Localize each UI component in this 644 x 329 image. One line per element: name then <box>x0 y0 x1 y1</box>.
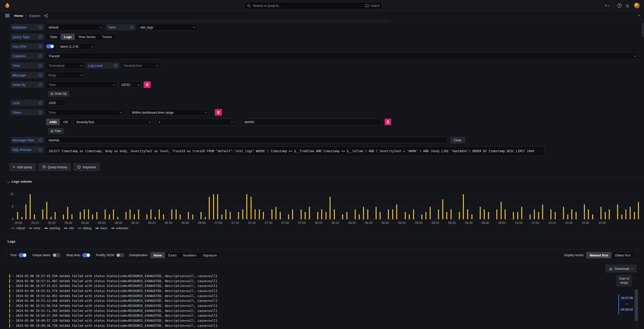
table-select[interactable]: otel_logs <box>138 24 197 30</box>
filter2-value-input[interactable] <box>242 119 382 125</box>
dedup-option-signature[interactable]: Signature <box>200 252 220 258</box>
inspector-button[interactable]: Inspector <box>74 163 100 171</box>
top-nav-bar: cmd+k + <box>0 0 644 11</box>
add-filter-button[interactable]: Filter <box>48 128 64 134</box>
search-input[interactable] <box>253 4 363 8</box>
query-type-option-logs[interactable]: Logs <box>61 34 75 40</box>
expand-log-icon: > <box>12 319 14 322</box>
log-row-5[interactable]: >2024-02-06 10:53:12.448 GetAds Failed w… <box>9 298 616 303</box>
filter1-field-select[interactable]: Time <box>46 109 124 116</box>
limit-input[interactable] <box>46 100 66 106</box>
logs-scrollbar-thumb[interactable] <box>635 289 638 321</box>
download-button[interactable]: Download <box>606 265 636 272</box>
log-row-0[interactable]: >2024-02-06 10:57:45.550 GetAds Failed w… <box>9 274 616 279</box>
info-icon[interactable]: i <box>39 74 42 77</box>
log-row-7[interactable]: >2024-02-06 10:51:11.762 GetAds Failed w… <box>9 308 616 313</box>
log-row-2[interactable]: >2024-02-06 10:57:15.421 GetAds Failed w… <box>9 283 616 288</box>
share-icon[interactable] <box>44 14 48 18</box>
log-row-8[interactable]: >2024-02-06 10:50:27.349 GetAds Failed w… <box>9 313 616 318</box>
log-level-column-select[interactable]: SeverityText <box>121 62 160 69</box>
query-history-button[interactable]: Query history <box>39 163 71 171</box>
message-column-select[interactable]: Body <box>46 72 84 78</box>
dedup-option-none[interactable]: None <box>150 252 165 258</box>
log-row-9[interactable]: >2024-02-06 10:49:57.220 GetAds Failed w… <box>9 318 616 323</box>
info-icon[interactable]: i <box>114 64 117 67</box>
collapse-panel-icon[interactable] <box>637 14 641 17</box>
filter2-operator-select[interactable]: = <box>156 119 235 125</box>
info-icon[interactable]: i <box>39 111 42 114</box>
grafana-logo[interactable] <box>4 2 11 9</box>
log-row-3[interactable]: >2024-02-06 10:55:51.574 GetAds Failed w… <box>9 288 616 293</box>
message-filter-input[interactable] <box>46 137 447 143</box>
chevron-down-icon <box>193 26 195 28</box>
breadcrumb-home[interactable]: Home <box>14 14 23 18</box>
menu-toggle-icon[interactable] <box>5 14 10 17</box>
filter2-field-select[interactable]: SeverityText <box>74 119 153 125</box>
logs-volume-header[interactable]: Logs volume <box>0 177 644 183</box>
query-type-option-table[interactable]: Table <box>46 34 61 40</box>
wrap-lines-toggle[interactable] <box>82 253 90 257</box>
volume-bar-132 <box>567 214 568 219</box>
news-rss-icon[interactable] <box>626 4 630 8</box>
log-level-bar <box>9 279 10 283</box>
volume-bar-56 <box>251 197 252 219</box>
legend-item-warning[interactable]: warning <box>44 226 60 230</box>
query-type-option-traces[interactable]: Traces <box>99 34 115 40</box>
logs-header[interactable]: Logs <box>0 237 644 243</box>
add-query-button[interactable]: + Add query <box>9 163 36 171</box>
info-icon[interactable]: i <box>39 83 42 86</box>
columns-multiselect[interactable]: TraceId <box>46 53 638 59</box>
legend-item-error[interactable]: error <box>29 226 40 230</box>
display-results-segmented: Newest firstOldest first <box>586 252 634 258</box>
user-avatar[interactable] <box>634 3 640 9</box>
logs-scrollbar[interactable] <box>635 289 638 329</box>
otel-version-select[interactable]: latest (1.2.9) <box>58 43 95 50</box>
info-icon[interactable]: i <box>39 35 42 39</box>
time-column-select[interactable]: Timestamp <box>46 62 84 69</box>
info-icon[interactable]: i <box>39 26 42 29</box>
display-results-option-oldest-first[interactable]: Oldest first <box>612 252 634 258</box>
log-row-10[interactable]: >2024-02-06 10:49:36.736 GetAds Failed w… <box>9 323 616 328</box>
legend-item-unknown[interactable]: unknown <box>111 226 128 230</box>
legend-item-critical[interactable]: critical <box>11 226 25 230</box>
remove-filter2-button[interactable] <box>385 119 391 125</box>
info-icon[interactable]: i <box>39 45 42 48</box>
log-row-4[interactable]: >2024-02-06 10:53:42.052 GetAds Failed w… <box>9 293 616 299</box>
new-menu-button[interactable]: + <box>605 3 609 8</box>
prettify-json-toggle[interactable] <box>116 253 124 257</box>
remove-filter1-button[interactable] <box>215 109 222 116</box>
log-row-6[interactable]: >2024-02-06 10:51:56.516 GetAds Failed w… <box>9 303 616 308</box>
chart-legend: criticalerrorwarninginfodebugtraceunknow… <box>11 226 128 230</box>
order-by-field-select[interactable]: Time <box>46 81 117 88</box>
dedup-option-numbers[interactable]: Numbers <box>180 252 200 258</box>
filter-logic-option-or[interactable]: OR <box>60 119 71 125</box>
use-otel-toggle[interactable] <box>46 44 54 48</box>
help-icon[interactable] <box>617 4 622 8</box>
legend-item-trace[interactable]: trace <box>95 226 107 230</box>
legend-item-info[interactable]: info <box>64 226 74 230</box>
global-search[interactable]: cmd+k <box>245 2 382 9</box>
info-icon[interactable]: i <box>39 148 42 151</box>
info-icon[interactable]: i <box>130 26 134 29</box>
info-icon[interactable]: i <box>39 139 42 142</box>
filter1-operator-select[interactable]: Within dashboard time range <box>129 109 209 116</box>
log-row-1[interactable]: >2024-02-06 10:57:31.887 GetAds Failed w… <box>9 279 616 284</box>
database-select[interactable]: default <box>46 24 104 30</box>
display-results-option-newest-first[interactable]: Newest first <box>586 252 612 258</box>
x-tick-08:50: 08:50 <box>398 221 406 225</box>
dedup-option-exact[interactable]: Exact <box>165 252 180 258</box>
volume-bar-109 <box>471 214 472 219</box>
add-order-by-button[interactable]: Order By <box>48 91 69 96</box>
time-toggle[interactable] <box>19 253 27 257</box>
info-icon[interactable]: i <box>39 101 42 105</box>
breadcrumb-current[interactable]: Explore <box>29 14 40 18</box>
unique-labels-toggle[interactable] <box>53 253 61 257</box>
info-icon[interactable]: i <box>39 64 42 67</box>
clear-message-filter-button[interactable]: Clear <box>450 137 465 143</box>
remove-order-by-button[interactable] <box>144 81 151 88</box>
filter-logic-option-and[interactable]: AND <box>46 119 60 125</box>
legend-item-debug[interactable]: debug <box>78 226 91 230</box>
query-type-option-time-series[interactable]: Time Series <box>75 34 99 40</box>
order-by-direction-select[interactable]: DESC <box>119 81 142 88</box>
info-icon[interactable]: i <box>39 54 42 58</box>
